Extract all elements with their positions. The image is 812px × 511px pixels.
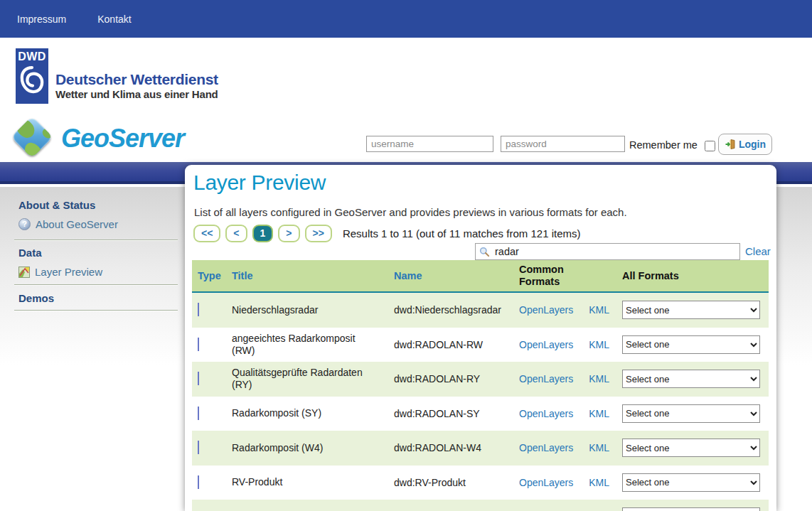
raster-layer-icon <box>198 338 199 351</box>
map-icon <box>18 267 30 278</box>
layer-title: angeeichtes Radarkomposit (RW) <box>232 333 394 357</box>
table-row: Niederschlagsradar dwd:Niederschlagsrada… <box>192 293 769 328</box>
raster-layer-icon <box>198 475 199 489</box>
openlayers-link[interactable]: OpenLayers <box>519 373 573 384</box>
pagination-last-button[interactable]: >> <box>305 225 332 242</box>
format-select[interactable]: Select one <box>622 370 760 388</box>
layer-preview-panel: Layer Preview List of all layers configu… <box>185 165 776 511</box>
sidebar-heading-data: Data <box>18 247 178 259</box>
format-select[interactable]: Select one <box>622 404 760 423</box>
openlayers-link[interactable]: OpenLayers <box>519 442 573 453</box>
layers-table: Type Title Name Common Formats All Forma… <box>192 260 769 511</box>
format-select[interactable]: Select one <box>622 335 760 354</box>
kml-link[interactable]: KML <box>589 442 609 453</box>
sidebar-item-label: About GeoServer <box>36 218 118 230</box>
layer-title: Niederschlagsradar <box>232 304 394 316</box>
dwd-spiral-icon <box>20 65 44 95</box>
sidebar-divider <box>14 310 178 311</box>
sidebar-item-about-geoserver[interactable]: ? About GeoServer <box>18 218 178 230</box>
raster-layer-icon <box>198 441 199 454</box>
page-description: List of all layers configured in GeoServ… <box>194 206 627 218</box>
top-nav-bar: Impressum Kontakt <box>0 0 812 38</box>
table-row: Radarkomposit (SY) dwd:RADOLAN-SY OpenLa… <box>192 397 769 431</box>
layer-title: Qualitätsgeprüfte Radardaten (RY) <box>232 367 394 391</box>
column-header-all-formats: All Formats <box>622 270 769 282</box>
common-formats-cell: OpenLayers KML <box>519 373 622 384</box>
sidebar-divider <box>14 240 178 241</box>
clear-search-link[interactable]: Clear <box>745 245 771 257</box>
raster-layer-icon <box>198 303 199 316</box>
openlayers-link[interactable]: OpenLayers <box>519 339 573 350</box>
column-header-common-formats: Common Formats <box>519 264 569 288</box>
layer-name: dwd:RV-Produkt <box>394 477 519 488</box>
sidebar-heading-about-status: About & Status <box>18 200 178 211</box>
layer-name: dwd:RADOLAN-RW <box>394 339 519 350</box>
column-header-type[interactable]: Type <box>192 270 232 282</box>
table-row: Qualitätsgeprüfte Radardaten (RY) dwd:RA… <box>192 362 769 397</box>
dwd-logo: DWD <box>16 48 48 104</box>
layer-title: Radarkomposit (W4) <box>232 442 394 454</box>
remember-me-label: Remember me <box>629 139 698 151</box>
pagination-first-button[interactable]: << <box>193 225 220 242</box>
openlayers-link[interactable]: OpenLayers <box>519 408 573 419</box>
pagination-prev-button[interactable]: < <box>225 225 247 242</box>
login-button[interactable]: Login <box>718 134 772 155</box>
common-formats-cell: OpenLayers KML <box>519 408 622 419</box>
login-door-icon <box>725 139 736 150</box>
openlayers-link[interactable]: OpenLayers <box>519 477 573 488</box>
remember-me-checkbox[interactable] <box>705 141 715 151</box>
format-select[interactable]: Select one <box>622 301 760 319</box>
kml-link[interactable]: KML <box>589 339 609 350</box>
username-field[interactable] <box>366 136 493 152</box>
common-formats-cell: OpenLayers KML <box>519 442 622 453</box>
sidebar: About & Status ? About GeoServer Data La… <box>14 187 178 311</box>
kml-link[interactable]: KML <box>589 373 609 384</box>
column-header-title[interactable]: Title <box>232 270 394 282</box>
table-header-row: Type Title Name Common Formats All Forma… <box>192 260 769 293</box>
table-row: angeeichtes Radarkomposit (RW) dwd:RADOL… <box>192 328 769 362</box>
column-header-name[interactable]: Name <box>394 270 519 282</box>
openlayers-link[interactable]: OpenLayers <box>519 304 573 316</box>
geoserver-wordmark: GeoServer <box>61 124 184 154</box>
search-input[interactable] <box>475 243 740 260</box>
page-title: Layer Preview <box>193 171 326 195</box>
sidebar-item-layer-preview[interactable]: Layer Preview <box>18 266 178 278</box>
kontakt-link[interactable]: Kontakt <box>97 14 131 25</box>
impressum-link[interactable]: Impressum <box>17 14 66 25</box>
format-select[interactable] <box>622 507 760 511</box>
geoserver-globe-icon <box>11 116 53 158</box>
dwd-title: Deutscher Wetterdienst <box>55 71 218 88</box>
layer-title: Radarkomposit (SY) <box>232 407 394 419</box>
results-summary: Results 1 to 11 (out of 11 matches from … <box>343 227 581 240</box>
layer-name: dwd:RADOLAN-RY <box>394 373 519 384</box>
layer-name: dwd:Niederschlagsradar <box>394 304 519 316</box>
search-icon <box>479 247 490 257</box>
sidebar-divider <box>14 284 178 286</box>
kml-link[interactable]: KML <box>589 408 609 419</box>
raster-layer-icon <box>198 372 199 385</box>
common-formats-cell: OpenLayers KML <box>519 477 622 488</box>
sidebar-item-label: Layer Preview <box>35 266 102 278</box>
common-formats-cell: OpenLayers KML <box>519 304 622 316</box>
table-row-partial <box>192 500 769 511</box>
dwd-logo-text: DWD <box>18 50 46 63</box>
kml-link[interactable]: KML <box>589 477 609 488</box>
password-field[interactable] <box>501 136 625 152</box>
dwd-subtitle: Wetter und Klima aus einer Hand <box>55 88 218 100</box>
sidebar-heading-demos: Demos <box>18 293 178 304</box>
layer-name: dwd:RADOLAN-SY <box>394 408 519 419</box>
pagination: << < 1 > >> Results 1 to 11 (out of 11 m… <box>193 225 580 242</box>
login-button-label: Login <box>739 139 766 150</box>
format-select[interactable]: Select one <box>622 473 760 492</box>
table-row: Radarkomposit (W4) dwd:RADOLAN-W4 OpenLa… <box>192 431 769 466</box>
layer-name: dwd:RADOLAN-W4 <box>394 442 519 453</box>
table-body: Niederschlagsradar dwd:Niederschlagsrada… <box>192 293 769 500</box>
kml-link[interactable]: KML <box>589 304 609 316</box>
pagination-current-page[interactable]: 1 <box>252 225 274 242</box>
format-select[interactable]: Select one <box>622 439 760 457</box>
help-icon: ? <box>18 218 31 230</box>
pagination-next-button[interactable]: > <box>278 225 299 242</box>
raster-layer-icon <box>198 407 199 420</box>
layer-title: RV-Produkt <box>232 476 394 488</box>
table-row: RV-Produkt dwd:RV-Produkt OpenLayers KML… <box>192 466 769 500</box>
